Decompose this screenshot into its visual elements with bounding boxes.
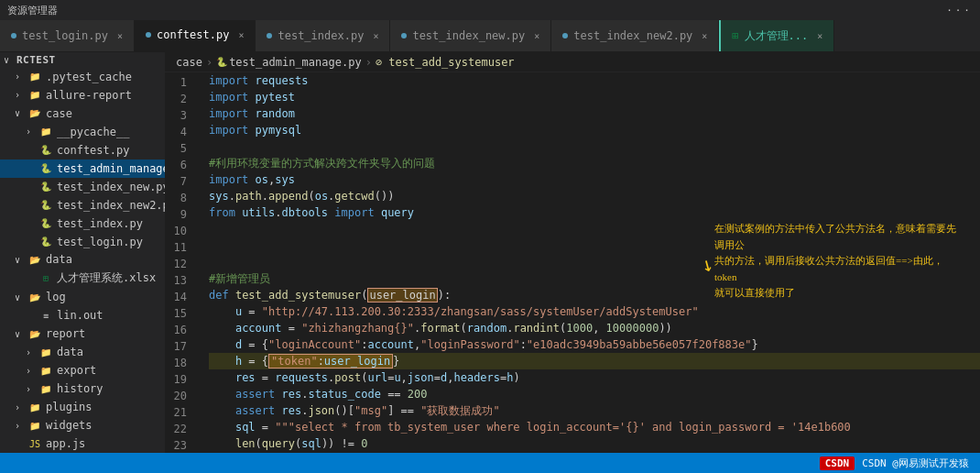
sidebar-item-test-login[interactable]: 🐍 test_login.py: [0, 233, 165, 251]
status-bar: CSDN CSDN @网易测试开发猿: [0, 453, 980, 473]
sidebar-item-test-index-new2[interactable]: 🐍 test_index_new2.py: [0, 196, 165, 214]
line-num-20: 20: [165, 388, 194, 404]
code-content[interactable]: import requests import pytest import ran…: [201, 72, 980, 453]
sidebar-item-export[interactable]: › 📁 export: [0, 361, 165, 380]
sidebar-item-report-data[interactable]: › 📁 data: [0, 343, 165, 361]
line-num-1: 1: [165, 74, 194, 91]
folder-open-icon: 📂: [27, 290, 42, 304]
sidebar-item-report[interactable]: ∨ 📂 report: [0, 324, 165, 343]
line-num-19: 19: [165, 371, 194, 388]
sidebar-item-conftest[interactable]: 🐍 conftest.py: [0, 141, 165, 160]
line-num-12: 12: [165, 256, 194, 272]
sidebar-item-history[interactable]: › 📁 history: [0, 380, 165, 398]
file-icon: ≡: [38, 308, 53, 323]
line-num-14: 14: [165, 289, 194, 305]
sidebar-item-widgets[interactable]: › 📁 widgets: [0, 416, 165, 434]
tab-icon: [562, 33, 568, 38]
code-line-8: sys.path.append(os.getcwd()): [209, 188, 980, 204]
sidebar-item-log[interactable]: ∨ 📂 log: [0, 288, 165, 306]
sidebar-item-label: app.js: [46, 437, 85, 450]
tab-close-icon[interactable]: ×: [817, 31, 822, 41]
sidebar-item-label: log: [46, 291, 66, 303]
tab-close-icon[interactable]: ×: [238, 30, 244, 40]
sidebar-item-test-index-new[interactable]: 🐍 test_index_new.py: [0, 178, 165, 196]
sidebar-item-label: report: [46, 327, 85, 340]
python-file-icon: 🐍: [38, 235, 53, 249]
sidebar-item-label: test_index_new2.py: [57, 199, 165, 212]
code-line-1: import requests: [209, 72, 980, 89]
sidebar-item-pytest-cache[interactable]: › 📁 .pytest_cache: [0, 68, 165, 86]
sidebar-root[interactable]: ∨ RCTEST: [0, 52, 165, 68]
code-line-14: def test_add_systemuser(user_login):: [209, 287, 980, 303]
sidebar-item-label: data: [57, 346, 83, 358]
sidebar-item-label: test_admin_manage.py: [57, 162, 165, 175]
python-file-icon: 🐍: [38, 143, 53, 158]
python-file-icon: 🐍: [38, 198, 53, 213]
line-num-17: 17: [165, 338, 194, 355]
sidebar-item-label: conftest.py: [57, 144, 129, 157]
breadcrumb: case › 🐍 test_admin_manage.py › ⊘ test_a…: [165, 52, 980, 72]
tab-test-login[interactable]: test_login.py ×: [0, 20, 135, 51]
code-line-6: #利用环境变量的方式解决跨文件夹导入的问题: [209, 155, 980, 171]
chevron-right-icon: ›: [26, 366, 38, 376]
code-line-11: [209, 237, 980, 254]
sidebar-item-app-js[interactable]: JS app.js: [0, 434, 165, 453]
line-num-6: 6: [165, 157, 194, 173]
title-bar: 资源管理器 ···: [0, 0, 980, 20]
code-line-10: [209, 221, 980, 237]
line-num-3: 3: [165, 107, 194, 124]
tab-close-icon[interactable]: ×: [117, 31, 123, 41]
folder-open-icon: 📂: [27, 326, 42, 341]
folder-icon: 📁: [38, 345, 53, 359]
line-num-11: 11: [165, 239, 194, 256]
sidebar-item-data[interactable]: ∨ 📂 data: [0, 251, 165, 270]
tab-close-icon[interactable]: ×: [702, 31, 707, 41]
sidebar-item-test-admin-manage[interactable]: 🐍 test_admin_manage.py: [0, 160, 165, 178]
tab-icon: [401, 33, 407, 38]
breadcrumb-part-file: test_admin_manage.py: [229, 56, 362, 69]
sidebar-item-label: plugins: [46, 401, 93, 413]
status-user: CSDN @网易测试开发猿: [862, 456, 969, 470]
line-num-21: 21: [165, 404, 194, 421]
line-num-5: 5: [165, 140, 194, 157]
sidebar-item-label: case: [46, 107, 72, 120]
tab-hr[interactable]: ⊞ 人才管理... ×: [719, 20, 834, 51]
tab-label: test_index_new.py: [412, 29, 525, 42]
folder-icon: 📁: [38, 125, 53, 139]
tab-test-index-new[interactable]: test_index_new.py ×: [390, 20, 551, 51]
sidebar-item-label: test_index.py: [57, 217, 143, 230]
sidebar-item-label: export: [57, 364, 96, 377]
code-editor[interactable]: 1 2 3 4 5 6 7 8 9 10 11 12 13 14 15 16 1…: [165, 72, 980, 453]
js-file-icon: JS: [27, 436, 42, 451]
folder-icon: 📁: [38, 381, 53, 396]
sidebar-item-pycache[interactable]: › 📁 __pycache__: [0, 123, 165, 141]
chevron-right-icon: ›: [15, 72, 27, 82]
tab-icon: [267, 33, 272, 38]
sidebar-item-plugins[interactable]: › 📁 plugins: [0, 398, 165, 416]
sidebar-item-xlsx[interactable]: ⊞ 人才管理系统.xlsx: [0, 269, 165, 288]
sidebar-item-lin-out[interactable]: ≡ lin.out: [0, 306, 165, 324]
highlight-token: "token":user_login: [268, 354, 393, 368]
tab-test-index[interactable]: test_index.py ×: [256, 20, 390, 51]
tab-close-icon[interactable]: ×: [373, 31, 378, 41]
title-text: 资源管理器: [7, 4, 58, 17]
breadcrumb-separator: ›: [206, 56, 212, 69]
sidebar-item-label: __pycache__: [57, 126, 129, 138]
chevron-right-icon: ›: [26, 347, 38, 358]
code-line-22: sql = """select * from tb_system_user wh…: [209, 419, 980, 435]
tab-conftest[interactable]: conftest.py ×: [135, 20, 256, 51]
line-num-10: 10: [165, 223, 194, 239]
breadcrumb-part-case: case: [176, 56, 202, 69]
chevron-right-icon: ›: [15, 421, 27, 431]
tab-close-icon[interactable]: ×: [534, 31, 539, 41]
sidebar-item-label: widgets: [46, 419, 93, 432]
code-line-4: import pymysql: [209, 122, 980, 138]
sidebar-item-test-index[interactable]: 🐍 test_index.py: [0, 214, 165, 233]
sidebar-item-case[interactable]: ∨ 📂 case: [0, 104, 165, 123]
code-line-9: from utils.dbtools import query: [209, 204, 980, 221]
csdn-logo: CSDN: [820, 456, 855, 470]
chevron-right-icon: ›: [15, 402, 27, 412]
code-line-7: import os,sys: [209, 171, 980, 188]
tab-test-index-new2[interactable]: test_index_new2.py ×: [551, 20, 719, 51]
sidebar-item-allure-report[interactable]: › 📁 allure-report: [0, 86, 165, 104]
